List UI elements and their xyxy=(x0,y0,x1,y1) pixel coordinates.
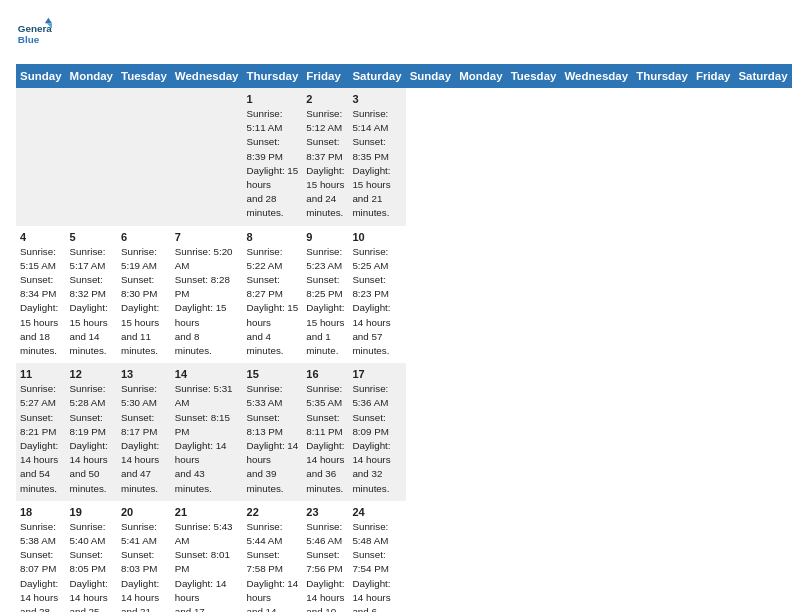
day-number: 17 xyxy=(352,368,401,380)
calendar-cell: 8Sunrise: 5:22 AM Sunset: 8:27 PM Daylig… xyxy=(243,226,303,364)
calendar-cell: 1Sunrise: 5:11 AM Sunset: 8:39 PM Daylig… xyxy=(243,88,303,226)
day-number: 24 xyxy=(352,506,401,518)
calendar-table: SundayMondayTuesdayWednesdayThursdayFrid… xyxy=(16,64,792,612)
day-info: Sunrise: 5:44 AM Sunset: 7:58 PM Dayligh… xyxy=(247,520,299,612)
day-info: Sunrise: 5:19 AM Sunset: 8:30 PM Dayligh… xyxy=(121,245,167,359)
day-number: 7 xyxy=(175,231,239,243)
day-info: Sunrise: 5:35 AM Sunset: 8:11 PM Dayligh… xyxy=(306,382,344,496)
day-number: 18 xyxy=(20,506,62,518)
day-number: 12 xyxy=(70,368,113,380)
calendar-cell: 10Sunrise: 5:25 AM Sunset: 8:23 PM Dayli… xyxy=(348,226,405,364)
day-info: Sunrise: 5:36 AM Sunset: 8:09 PM Dayligh… xyxy=(352,382,401,496)
day-info: Sunrise: 5:15 AM Sunset: 8:34 PM Dayligh… xyxy=(20,245,62,359)
weekday-header: Wednesday xyxy=(171,64,243,88)
weekday-header-monday: Monday xyxy=(455,64,506,88)
weekday-header: Sunday xyxy=(16,64,66,88)
day-info: Sunrise: 5:43 AM Sunset: 8:01 PM Dayligh… xyxy=(175,520,239,612)
calendar-cell: 16Sunrise: 5:35 AM Sunset: 8:11 PM Dayli… xyxy=(302,363,348,501)
day-number: 13 xyxy=(121,368,167,380)
calendar-week-row: 18Sunrise: 5:38 AM Sunset: 8:07 PM Dayli… xyxy=(16,501,792,612)
day-number: 20 xyxy=(121,506,167,518)
weekday-header: Thursday xyxy=(243,64,303,88)
day-number: 6 xyxy=(121,231,167,243)
day-number: 19 xyxy=(70,506,113,518)
day-info: Sunrise: 5:14 AM Sunset: 8:35 PM Dayligh… xyxy=(352,107,401,221)
weekday-header: Tuesday xyxy=(117,64,171,88)
calendar-cell: 2Sunrise: 5:12 AM Sunset: 8:37 PM Daylig… xyxy=(302,88,348,226)
calendar-cell: 11Sunrise: 5:27 AM Sunset: 8:21 PM Dayli… xyxy=(16,363,66,501)
calendar-cell: 17Sunrise: 5:36 AM Sunset: 8:09 PM Dayli… xyxy=(348,363,405,501)
day-info: Sunrise: 5:33 AM Sunset: 8:13 PM Dayligh… xyxy=(247,382,299,496)
day-info: Sunrise: 5:11 AM Sunset: 8:39 PM Dayligh… xyxy=(247,107,299,221)
calendar-week-row: 4Sunrise: 5:15 AM Sunset: 8:34 PM Daylig… xyxy=(16,226,792,364)
day-number: 5 xyxy=(70,231,113,243)
day-number: 23 xyxy=(306,506,344,518)
calendar-cell xyxy=(117,88,171,226)
svg-text:Blue: Blue xyxy=(18,34,40,45)
day-info: Sunrise: 5:41 AM Sunset: 8:03 PM Dayligh… xyxy=(121,520,167,612)
day-info: Sunrise: 5:30 AM Sunset: 8:17 PM Dayligh… xyxy=(121,382,167,496)
weekday-header: Friday xyxy=(302,64,348,88)
day-number: 11 xyxy=(20,368,62,380)
day-info: Sunrise: 5:48 AM Sunset: 7:54 PM Dayligh… xyxy=(352,520,401,612)
day-number: 2 xyxy=(306,93,344,105)
calendar-cell xyxy=(16,88,66,226)
day-info: Sunrise: 5:46 AM Sunset: 7:56 PM Dayligh… xyxy=(306,520,344,612)
calendar-cell: 24Sunrise: 5:48 AM Sunset: 7:54 PM Dayli… xyxy=(348,501,405,612)
calendar-cell: 15Sunrise: 5:33 AM Sunset: 8:13 PM Dayli… xyxy=(243,363,303,501)
weekday-header-saturday: Saturday xyxy=(734,64,791,88)
day-number: 15 xyxy=(247,368,299,380)
day-number: 22 xyxy=(247,506,299,518)
day-info: Sunrise: 5:31 AM Sunset: 8:15 PM Dayligh… xyxy=(175,382,239,496)
logo: General Blue xyxy=(16,16,52,52)
calendar-cell: 20Sunrise: 5:41 AM Sunset: 8:03 PM Dayli… xyxy=(117,501,171,612)
calendar-cell: 7Sunrise: 5:20 AM Sunset: 8:28 PM Daylig… xyxy=(171,226,243,364)
calendar-cell: 12Sunrise: 5:28 AM Sunset: 8:19 PM Dayli… xyxy=(66,363,117,501)
calendar-cell: 4Sunrise: 5:15 AM Sunset: 8:34 PM Daylig… xyxy=(16,226,66,364)
weekday-header-friday: Friday xyxy=(692,64,735,88)
day-info: Sunrise: 5:22 AM Sunset: 8:27 PM Dayligh… xyxy=(247,245,299,359)
day-number: 8 xyxy=(247,231,299,243)
day-number: 1 xyxy=(247,93,299,105)
calendar-cell: 18Sunrise: 5:38 AM Sunset: 8:07 PM Dayli… xyxy=(16,501,66,612)
calendar-cell: 5Sunrise: 5:17 AM Sunset: 8:32 PM Daylig… xyxy=(66,226,117,364)
calendar-cell: 9Sunrise: 5:23 AM Sunset: 8:25 PM Daylig… xyxy=(302,226,348,364)
calendar-cell: 14Sunrise: 5:31 AM Sunset: 8:15 PM Dayli… xyxy=(171,363,243,501)
calendar-week-row: 1Sunrise: 5:11 AM Sunset: 8:39 PM Daylig… xyxy=(16,88,792,226)
day-info: Sunrise: 5:20 AM Sunset: 8:28 PM Dayligh… xyxy=(175,245,239,359)
svg-text:General: General xyxy=(18,23,52,34)
page-header: General Blue xyxy=(16,16,776,52)
calendar-week-row: 11Sunrise: 5:27 AM Sunset: 8:21 PM Dayli… xyxy=(16,363,792,501)
day-number: 14 xyxy=(175,368,239,380)
calendar-cell: 22Sunrise: 5:44 AM Sunset: 7:58 PM Dayli… xyxy=(243,501,303,612)
weekday-header-tuesday: Tuesday xyxy=(507,64,561,88)
weekday-header: Monday xyxy=(66,64,117,88)
weekday-header-wednesday: Wednesday xyxy=(560,64,632,88)
weekday-header-sunday: Sunday xyxy=(406,64,456,88)
calendar-cell xyxy=(66,88,117,226)
day-number: 21 xyxy=(175,506,239,518)
day-info: Sunrise: 5:27 AM Sunset: 8:21 PM Dayligh… xyxy=(20,382,62,496)
day-number: 16 xyxy=(306,368,344,380)
day-info: Sunrise: 5:25 AM Sunset: 8:23 PM Dayligh… xyxy=(352,245,401,359)
calendar-cell: 13Sunrise: 5:30 AM Sunset: 8:17 PM Dayli… xyxy=(117,363,171,501)
day-info: Sunrise: 5:17 AM Sunset: 8:32 PM Dayligh… xyxy=(70,245,113,359)
calendar-cell: 19Sunrise: 5:40 AM Sunset: 8:05 PM Dayli… xyxy=(66,501,117,612)
day-info: Sunrise: 5:23 AM Sunset: 8:25 PM Dayligh… xyxy=(306,245,344,359)
calendar-cell: 23Sunrise: 5:46 AM Sunset: 7:56 PM Dayli… xyxy=(302,501,348,612)
day-info: Sunrise: 5:28 AM Sunset: 8:19 PM Dayligh… xyxy=(70,382,113,496)
day-info: Sunrise: 5:12 AM Sunset: 8:37 PM Dayligh… xyxy=(306,107,344,221)
day-info: Sunrise: 5:38 AM Sunset: 8:07 PM Dayligh… xyxy=(20,520,62,612)
day-number: 9 xyxy=(306,231,344,243)
day-number: 4 xyxy=(20,231,62,243)
weekday-header: Saturday xyxy=(348,64,405,88)
day-number: 10 xyxy=(352,231,401,243)
calendar-cell: 3Sunrise: 5:14 AM Sunset: 8:35 PM Daylig… xyxy=(348,88,405,226)
day-number: 3 xyxy=(352,93,401,105)
day-info: Sunrise: 5:40 AM Sunset: 8:05 PM Dayligh… xyxy=(70,520,113,612)
calendar-cell xyxy=(171,88,243,226)
calendar-header-row: SundayMondayTuesdayWednesdayThursdayFrid… xyxy=(16,64,792,88)
calendar-cell: 6Sunrise: 5:19 AM Sunset: 8:30 PM Daylig… xyxy=(117,226,171,364)
svg-marker-2 xyxy=(45,18,52,23)
logo-icon: General Blue xyxy=(16,16,52,52)
